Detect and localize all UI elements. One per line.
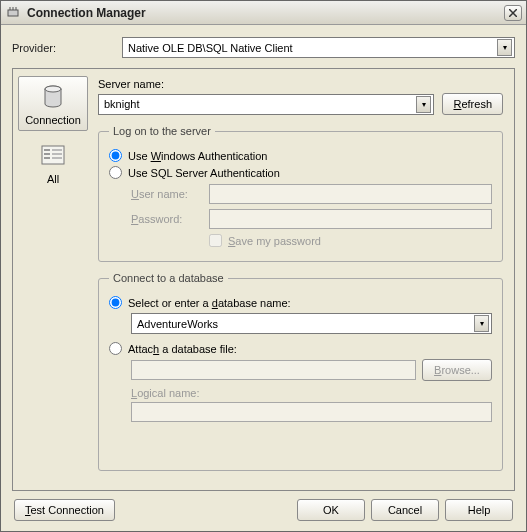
ok-button[interactable]: OK [297,499,365,521]
select-db-radio-row[interactable]: Select or enter a database name: [109,296,492,309]
button-bar: Test Connection OK Cancel Help [12,491,515,525]
refresh-button[interactable]: Refresh [442,93,503,115]
password-input [209,209,492,229]
username-input [209,184,492,204]
database-legend: Connect to a database [109,272,228,284]
close-button[interactable] [504,5,522,21]
side-tabs: Connection All [16,72,90,487]
database-combo[interactable]: AdventureWorks ▾ [131,313,492,334]
connection-manager-dialog: Connection Manager Provider: Native OLE … [0,0,527,532]
select-db-radio[interactable] [109,296,122,309]
attach-db-label: Attach a database file: [128,343,237,355]
attach-db-radio-row[interactable]: Attach a database file: [109,342,492,355]
username-row: User name: [131,184,492,204]
select-db-label: Select or enter a database name: [128,297,291,309]
logical-name-input [131,402,492,422]
save-password-label: Save my password [228,235,321,247]
svg-rect-10 [52,153,62,155]
cancel-button[interactable]: Cancel [371,499,439,521]
save-password-row: Save my password [209,234,492,247]
sql-auth-radio[interactable] [109,166,122,179]
tab-connection-label: Connection [21,114,85,126]
server-name-value: bknight [104,98,416,110]
logon-group: Log on to the server Use Windows Authent… [98,125,503,262]
windows-auth-radio-row[interactable]: Use Windows Authentication [109,149,492,162]
logical-name-label: Logical name: [131,387,492,399]
svg-rect-11 [44,157,50,159]
password-label: Password: [131,213,209,225]
svg-rect-9 [44,153,50,155]
svg-rect-8 [52,149,62,151]
test-connection-button[interactable]: Test Connection [14,499,115,521]
windows-auth-radio[interactable] [109,149,122,162]
attach-db-radio[interactable] [109,342,122,355]
app-icon [5,5,21,21]
window-title: Connection Manager [27,6,504,20]
titlebar: Connection Manager [1,1,526,25]
provider-row: Provider: Native OLE DB\SQL Native Clien… [12,37,515,58]
attach-file-input [131,360,416,380]
chevron-down-icon: ▾ [416,96,431,113]
svg-point-5 [45,86,61,92]
database-icon [21,83,85,111]
username-label: User name: [131,188,209,200]
provider-combo[interactable]: Native OLE DB\SQL Native Client ▾ [122,37,515,58]
connection-pane: Server name: bknight ▾ Refresh Log on to… [90,72,511,487]
save-password-checkbox [209,234,222,247]
svg-rect-0 [8,10,18,16]
tab-all-label: All [21,173,85,185]
svg-rect-12 [52,157,62,159]
logon-legend: Log on to the server [109,125,215,137]
svg-rect-7 [44,149,50,151]
provider-value: Native OLE DB\SQL Native Client [128,42,497,54]
sql-auth-radio-row[interactable]: Use SQL Server Authentication [109,166,492,179]
help-button[interactable]: Help [445,499,513,521]
tab-all[interactable]: All [18,135,88,190]
chevron-down-icon: ▾ [474,315,489,332]
server-name-combo[interactable]: bknight ▾ [98,94,434,115]
database-group: Connect to a database Select or enter a … [98,272,503,471]
tab-connection[interactable]: Connection [18,76,88,131]
chevron-down-icon: ▾ [497,39,512,56]
content-area: Provider: Native OLE DB\SQL Native Clien… [1,25,526,531]
server-name-label: Server name: [98,78,503,90]
browse-button: Browse... [422,359,492,381]
database-value: AdventureWorks [137,318,474,330]
windows-auth-label: Use Windows Authentication [128,150,267,162]
password-row: Password: [131,209,492,229]
provider-label: Provider: [12,42,122,54]
properties-icon [21,142,85,170]
main-panel: Connection All [12,68,515,491]
sql-auth-label: Use SQL Server Authentication [128,167,280,179]
